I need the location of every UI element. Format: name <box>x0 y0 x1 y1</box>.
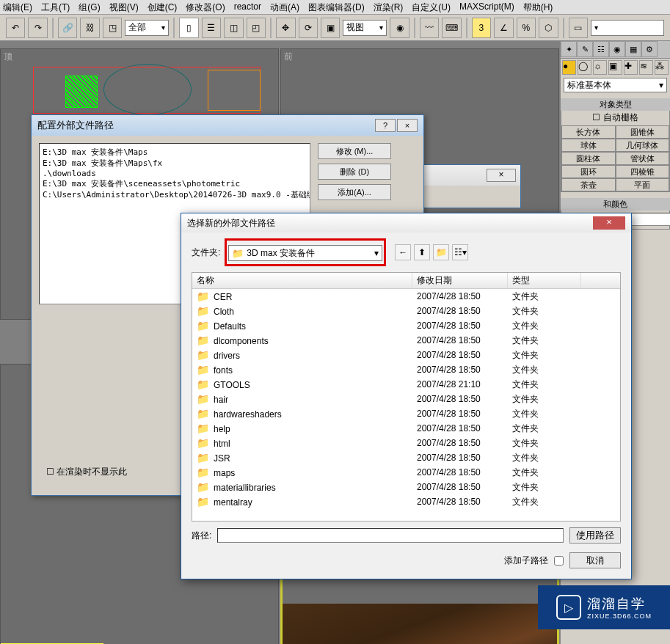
up-icon[interactable]: ⬆ <box>414 244 430 260</box>
use-path-button[interactable]: 使用路径 <box>569 527 621 544</box>
col-date[interactable]: 修改日期 <box>412 273 508 288</box>
angle-snap-button[interactable]: ∠ <box>494 18 513 38</box>
systems-icon[interactable]: ⁂ <box>655 60 669 75</box>
title-bar[interactable]: 配置外部文件路径 ? × <box>32 115 423 136</box>
menu-grapheditor[interactable]: 图表编辑器(D) <box>308 1 365 12</box>
list-item[interactable]: hardwareshaders2007/4/28 18:50文件夹 <box>192 406 620 421</box>
back-icon[interactable]: ← <box>395 244 411 260</box>
window-crossing-button[interactable]: ◰ <box>247 18 266 38</box>
folder-dropdown[interactable]: 3D max 安装备件 <box>228 245 382 261</box>
sphere-button[interactable]: 球体 <box>561 139 616 152</box>
unlink-button[interactable]: ⛓ <box>80 18 99 38</box>
pivot-button[interactable]: ◉ <box>390 18 409 38</box>
tab-display[interactable]: ▦ <box>625 41 641 57</box>
scale-button[interactable]: ▣ <box>321 18 340 38</box>
list-item[interactable]: Cloth2007/4/28 18:50文件夹 <box>192 304 620 318</box>
tab-motion[interactable]: ◉ <box>609 41 625 57</box>
bind-button[interactable]: ◳ <box>103 18 122 38</box>
list-item[interactable]: dlcomponents2007/4/28 18:50文件夹 <box>192 333 620 348</box>
named-sel-dropdown[interactable] <box>591 20 664 36</box>
modify-button[interactable]: 修改 (M)... <box>318 143 391 159</box>
move-button[interactable]: ✥ <box>276 18 295 38</box>
link-button[interactable]: 🔗 <box>58 18 77 38</box>
list-item[interactable]: CER2007/4/28 18:50文件夹 <box>192 289 620 304</box>
ref-coord-dropdown[interactable]: 视图 <box>343 20 387 36</box>
list-item[interactable]: drivers2007/4/28 18:50文件夹 <box>192 348 620 362</box>
select-name-button[interactable]: ☰ <box>202 18 221 38</box>
cylinder-button[interactable]: 圆柱体 <box>561 152 616 165</box>
menu-customize[interactable]: 自定义(U) <box>412 1 451 12</box>
add-subpath-checkbox[interactable] <box>554 556 564 566</box>
list-item[interactable]: html2007/4/28 18:50文件夹 <box>192 436 620 450</box>
plane-button[interactable]: 平面 <box>616 178 670 191</box>
shapes-icon[interactable]: ◯ <box>578 60 591 75</box>
undo-button[interactable]: ↶ <box>6 18 25 38</box>
close-icon[interactable]: × <box>397 119 418 132</box>
file-list[interactable]: 名称 修改日期 类型 CER2007/4/28 18:50文件夹Cloth200… <box>192 272 621 522</box>
redo-button[interactable]: ↷ <box>28 18 47 38</box>
view-menu-icon[interactable]: ☷▾ <box>452 244 468 260</box>
menu-view[interactable]: 视图(V) <box>109 1 139 12</box>
menu-tools[interactable]: 工具(T) <box>41 1 70 12</box>
spinner-snap-button[interactable]: ⬡ <box>539 18 558 38</box>
title-bar[interactable]: 选择新的外部文件路径 × <box>181 213 631 233</box>
menu-modifiers[interactable]: 修改器(O) <box>186 1 225 12</box>
list-item[interactable]: fonts2007/4/28 18:50文件夹 <box>192 362 620 377</box>
list-item[interactable]: JSR2007/4/28 18:50文件夹 <box>192 450 620 465</box>
list-item[interactable]: Defaults2007/4/28 18:50文件夹 <box>192 318 620 333</box>
select-button[interactable]: ▯ <box>179 18 198 38</box>
path-input[interactable] <box>217 528 564 543</box>
add-button[interactable]: 添加(A)... <box>318 184 391 200</box>
list-item[interactable]: materiallibraries2007/4/28 18:50文件夹 <box>192 480 620 494</box>
rotate-button[interactable]: ⟳ <box>299 18 318 38</box>
cone-button[interactable]: 圆锥体 <box>616 125 670 139</box>
teapot-button[interactable]: 茶壶 <box>561 178 616 191</box>
geosphere-button[interactable]: 几何球体 <box>616 139 670 152</box>
list-item[interactable]: mentalray2007/4/28 18:50文件夹 <box>192 494 620 509</box>
named-sel-button[interactable]: ▭ <box>569 18 588 38</box>
help-icon[interactable]: ? <box>375 119 396 132</box>
cameras-icon[interactable]: ▣ <box>608 60 622 75</box>
close-icon[interactable]: × <box>593 216 625 230</box>
cancel-button[interactable]: 取消 <box>569 552 621 568</box>
auto-grid-checkbox[interactable]: ☐ 自动栅格 <box>561 110 669 125</box>
menu-render[interactable]: 渲染(R) <box>374 1 404 12</box>
box-button[interactable]: 长方体 <box>561 125 616 139</box>
close-icon[interactable]: × <box>487 169 516 182</box>
manipulate-button[interactable]: 〰 <box>420 18 439 38</box>
tab-modify[interactable]: ✎ <box>577 41 593 57</box>
lights-icon[interactable]: ☼ <box>593 60 607 75</box>
helpers-icon[interactable]: ✚ <box>624 60 638 75</box>
new-folder-icon[interactable]: 📁 <box>433 244 449 260</box>
keyboard-button[interactable]: ⌨ <box>442 18 461 38</box>
list-item[interactable]: maps2007/4/28 18:50文件夹 <box>192 465 620 480</box>
menu-animation[interactable]: 动画(A) <box>270 1 299 12</box>
tab-create[interactable]: ✦ <box>561 41 577 57</box>
tube-button[interactable]: 管状体 <box>616 152 670 165</box>
col-name[interactable]: 名称 <box>192 273 412 288</box>
selection-filter-dropdown[interactable]: 全部 <box>125 20 169 36</box>
pyramid-button[interactable]: 四棱锥 <box>616 165 670 178</box>
list-header[interactable]: 名称 修改日期 类型 <box>192 273 620 289</box>
select-region-button[interactable]: ◫ <box>224 18 243 38</box>
delete-button[interactable]: 删除 (D) <box>318 164 391 180</box>
menu-create[interactable]: 创建(C) <box>148 1 178 12</box>
geometry-icon[interactable]: ● <box>562 60 576 75</box>
col-type[interactable]: 类型 <box>508 273 581 288</box>
tab-hierarchy[interactable]: ☷ <box>593 41 609 57</box>
percent-snap-button[interactable]: % <box>517 18 536 38</box>
menu-help[interactable]: 帮助(H) <box>523 1 553 12</box>
item-type: 文件夹 <box>508 495 581 509</box>
menu-group[interactable]: 组(G) <box>79 1 100 12</box>
list-item[interactable]: help2007/4/28 18:50文件夹 <box>192 421 620 436</box>
object-type-dropdown[interactable]: 标准基本体 <box>564 78 667 92</box>
menu-edit[interactable]: 编辑(E) <box>3 1 32 12</box>
menu-maxscript[interactable]: MAXScript(M) <box>459 1 514 12</box>
torus-button[interactable]: 圆环 <box>561 165 616 178</box>
tab-utilities[interactable]: ⚙ <box>641 41 658 57</box>
list-item[interactable]: GTOOLS2007/4/28 21:10文件夹 <box>192 377 620 392</box>
spacewarps-icon[interactable]: ≋ <box>639 60 653 75</box>
list-item[interactable]: hair2007/4/28 18:50文件夹 <box>192 392 620 406</box>
menu-reactor[interactable]: reactor <box>234 1 261 12</box>
snap-button[interactable]: 3 <box>472 18 491 38</box>
